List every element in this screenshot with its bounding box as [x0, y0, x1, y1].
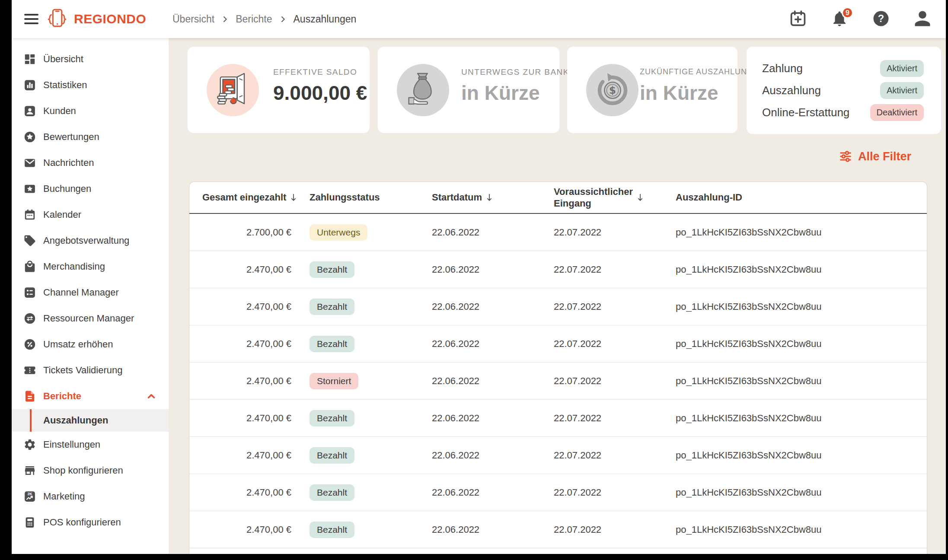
column-header-voraussichtlicher-eingang[interactable]: VoraussichtlicherEingang — [554, 186, 676, 210]
breadcrumb-item-übersicht[interactable]: Übersicht — [172, 13, 214, 25]
sidebar-item-ressourcen-manager[interactable]: Ressourcen Manager — [12, 305, 169, 331]
table-row[interactable]: 2.470,00 €Bezahlt22.06.202222.07.2022po_… — [189, 400, 927, 437]
card-icon-circle — [586, 64, 638, 116]
payouts-table: Gesamt eingezahltZahlungsstatusStartdatu… — [189, 181, 927, 554]
profile-button[interactable] — [913, 10, 932, 29]
cell-expected-date: 22.07.2022 — [554, 301, 676, 312]
sidebar-item-label: Statistiken — [43, 80, 87, 91]
sidebar-item-tickets-validierung[interactable]: Tickets Validierung — [12, 357, 169, 383]
setting-status-badge: Deaktiviert — [870, 104, 924, 121]
sidebar-item-umsatz-erhöhen[interactable]: Umsatz erhöhen — [12, 331, 169, 357]
setting-row-auszahlung: AuszahlungAktiviert — [762, 80, 924, 102]
sidebar-item-kalender[interactable]: Kalender — [12, 202, 169, 228]
calendar-add-icon — [789, 10, 807, 28]
sidebar-item-label: Übersicht — [43, 54, 83, 65]
cell-payout-id: po_1LkHcKI5ZI63bSsNX2Cbw8uu — [676, 301, 927, 312]
table-row[interactable]: 2.700,00 €Unterwegs22.06.202222.07.2022p… — [189, 214, 927, 251]
setting-label: Online-Erstattung — [762, 106, 849, 119]
hamburger-menu-button[interactable] — [24, 11, 41, 27]
cell-start-date: 22.06.2022 — [432, 301, 554, 312]
sort-down-icon — [486, 193, 492, 202]
help-icon — [872, 10, 890, 28]
sidebar-item-pos-konfigurieren[interactable]: POS konfigurieren — [12, 509, 169, 535]
table-row[interactable]: 2.470,00 €Bezahlt22.06.202222.07.2022po_… — [189, 437, 927, 474]
table-row[interactable]: 2.470,00 €Bezahlt22.06.202222.07.2022po_… — [189, 288, 927, 325]
regiondo-logo[interactable]: REGIONDO — [45, 0, 146, 38]
money-bag-icon — [401, 68, 446, 113]
sidebar-item-nachrichten[interactable]: Nachrichten — [12, 150, 169, 176]
sidebar-item-label: Channel Manager — [43, 287, 119, 298]
sidebar-item-merchandising[interactable]: Merchandising — [12, 254, 169, 280]
cell-start-date: 22.06.2022 — [432, 487, 554, 498]
card-label: EFFEKTIVE SALDO — [273, 67, 357, 77]
status-chip: Unterwegs — [310, 224, 367, 241]
sidebar-item-label: Angebotsverwaltung — [43, 235, 129, 246]
status-chip: Bezahlt — [310, 336, 354, 352]
status-chip: Bezahlt — [310, 410, 354, 426]
main-content: EFFEKTIVE SALDO9.000,00 €UNTERWEGS ZUR B… — [169, 38, 946, 554]
cell-amount: 2.470,00 € — [202, 450, 310, 461]
sidebar-item-shop-konfigurieren[interactable]: Shop konfigurieren — [12, 458, 169, 484]
help-button[interactable] — [871, 10, 891, 29]
breadcrumb-item-berichte[interactable]: Berichte — [236, 13, 272, 25]
app-window: REGIONDO ÜbersichtBerichteAuszahlungen 9… — [12, 0, 946, 554]
table-row[interactable]: 2.470,00 €Bezahlt22.06.202222.07.2022po_… — [189, 325, 927, 363]
sidebar-item-label: Marketing — [43, 491, 85, 502]
dashboard-icon — [23, 53, 36, 66]
reviews-icon — [23, 130, 36, 143]
calendar-add-button[interactable] — [788, 10, 808, 29]
status-chip: Bezahlt — [310, 261, 354, 278]
sidebar-item-kunden[interactable]: Kunden — [12, 98, 169, 124]
cell-payout-id: po_1LkHcKI5ZI63bSsNX2Cbw8uu — [676, 338, 927, 350]
cell-amount: 2.700,00 € — [202, 227, 310, 238]
cell-amount: 2.470,00 € — [202, 338, 310, 350]
customers-icon — [23, 105, 36, 118]
sidebar-item-marketing[interactable]: Marketing — [12, 484, 169, 509]
sidebar-item-einstellungen[interactable]: Einstellungen — [12, 432, 169, 458]
sidebar-item-angebotsverwaltung[interactable]: Angebotsverwaltung — [12, 228, 169, 254]
sidebar-item-statistiken[interactable]: Statistiken — [12, 72, 169, 98]
logo-text: REGIONDO — [74, 12, 146, 26]
table-row[interactable]: 2.470,00 €Bezahlt22.06.202222.07.2022po_… — [189, 251, 927, 288]
table-row[interactable]: 2.470,00 €Storniert22.06.202222.07.2022p… — [189, 363, 927, 400]
column-header-label: Gesamt eingezahlt — [202, 192, 286, 203]
cell-start-date: 22.06.2022 — [432, 450, 554, 461]
cell-amount: 2.470,00 € — [202, 264, 310, 275]
column-header-gesamt-eingezahlt[interactable]: Gesamt eingezahlt — [202, 192, 310, 203]
notifications-button[interactable]: 9 — [830, 10, 849, 29]
sidebar-item-bewertungen[interactable]: Bewertungen — [12, 124, 169, 150]
card-icon-circle — [207, 64, 259, 116]
cell-amount: 2.470,00 € — [202, 413, 310, 424]
sidebar-item-berichte[interactable]: Berichte — [12, 383, 169, 409]
filter-sliders-icon — [839, 150, 852, 163]
offers-tag-icon — [23, 234, 36, 247]
sidebar-item-label: Kalender — [43, 209, 81, 220]
table-row[interactable]: 2.470,00 €Bezahlt22.06.202222.07.2022po_… — [189, 474, 927, 511]
sidebar-item-channel-manager[interactable]: Channel Manager — [12, 280, 169, 305]
topbar-actions: 9 — [788, 0, 932, 38]
cell-start-date: 22.06.2022 — [432, 375, 554, 387]
sidebar-item-label: Tickets Validierung — [43, 365, 122, 376]
column-header-startdatum[interactable]: Startdatum — [432, 192, 554, 203]
cell-start-date: 22.06.2022 — [432, 227, 554, 238]
cell-status: Bezahlt — [310, 299, 432, 315]
sidebar-item-label: Merchandising — [43, 261, 105, 272]
breadcrumb-chevron-icon — [221, 15, 229, 23]
sidebar-subitem-auszahlungen[interactable]: Auszahlungen — [12, 409, 169, 432]
sidebar: ÜbersichtStatistikenKundenBewertungenNac… — [12, 38, 169, 554]
table-row[interactable]: 2.470,00 €Bezahlt22.06.202222.07.2022po_… — [189, 511, 927, 548]
cell-start-date: 22.06.2022 — [432, 413, 554, 424]
card-value: in Kürze — [640, 81, 718, 105]
card-label: ZUKÜNFTIGE AUSZAHLUNG — [640, 67, 753, 76]
sidebar-item-übersicht[interactable]: Übersicht — [12, 46, 169, 72]
all-filters-button[interactable]: Alle Filter — [839, 150, 911, 163]
cell-payout-id: po_1LkHcKI5ZI63bSsNX2Cbw8uu — [676, 450, 927, 461]
column-header-label: Startdatum — [432, 192, 482, 203]
cell-amount: 2.470,00 € — [202, 375, 310, 387]
status-chip: Storniert — [310, 373, 358, 389]
cell-expected-date: 22.07.2022 — [554, 227, 676, 238]
sidebar-item-buchungen[interactable]: Buchungen — [12, 176, 169, 202]
breadcrumb: ÜbersichtBerichteAuszahlungen — [172, 0, 356, 38]
cell-status: Bezahlt — [310, 336, 432, 352]
ticket-validation-icon — [23, 364, 36, 377]
